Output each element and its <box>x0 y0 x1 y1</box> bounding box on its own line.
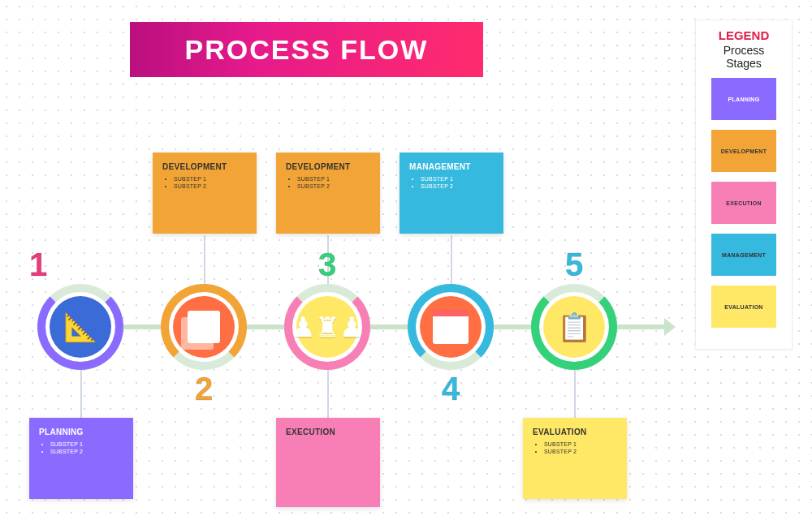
card-planning[interactable]: PLANNING SUBSTEP 1 SUBSTEP 2 <box>29 418 133 499</box>
card-bullets: SUBSTEP 1 SUBSTEP 2 <box>286 176 370 189</box>
card-bullet: SUBSTEP 2 <box>544 449 617 454</box>
legend-swatch-evaluation: EVALUATION <box>711 286 776 328</box>
node-planning[interactable]: 📐 1 <box>37 284 123 370</box>
card-bullet: SUBSTEP 2 <box>421 183 494 189</box>
card-execution[interactable]: EXECUTION <box>276 418 380 507</box>
card-bullets: SUBSTEP 1 SUBSTEP 2 <box>162 176 247 189</box>
card-bullet: SUBSTEP 2 <box>50 449 123 454</box>
node-arc <box>161 284 247 370</box>
card-title: DEVELOPMENT <box>162 162 247 171</box>
card-development[interactable]: DEVELOPMENT SUBSTEP 1 SUBSTEP 2 <box>153 153 257 234</box>
card-title: PLANNING <box>39 428 123 436</box>
card-bullet: SUBSTEP 1 <box>297 176 370 182</box>
node-execution[interactable]: ♟♜♟ 3 <box>284 284 370 370</box>
card-evaluation[interactable]: EVALUATION SUBSTEP 1 SUBSTEP 2 <box>523 418 627 499</box>
node-arc <box>37 284 123 370</box>
node-development[interactable]: 2 <box>161 284 247 370</box>
page-title: PROCESS FLOW <box>130 22 483 77</box>
node-evaluation[interactable]: 📋 5 <box>531 284 617 370</box>
node-number: 1 <box>29 247 47 283</box>
card-title: MANAGEMENT <box>409 162 494 171</box>
card-title: EVALUATION <box>533 428 617 436</box>
node-number: 2 <box>195 371 213 407</box>
node-arc <box>531 284 617 370</box>
legend-swatch-planning: PLANNING <box>711 78 776 120</box>
card-development[interactable]: DEVELOPMENT SUBSTEP 1 SUBSTEP 2 <box>276 153 380 234</box>
legend-panel: LEGEND Process Stages PLANNING DEVELOPME… <box>695 19 793 350</box>
connector-line <box>451 235 452 284</box>
connector-line <box>80 369 82 418</box>
connector-line <box>204 235 205 284</box>
legend-swatch-development: DEVELOPMENT <box>711 130 776 172</box>
timeline-arrowhead-icon <box>664 318 676 336</box>
card-bullets: SUBSTEP 1 SUBSTEP 2 <box>533 441 617 454</box>
card-bullets: SUBSTEP 1 SUBSTEP 2 <box>39 441 123 454</box>
node-arc <box>408 284 494 370</box>
node-number: 5 <box>565 247 583 283</box>
connector-line <box>327 369 329 418</box>
card-management[interactable]: MANAGEMENT SUBSTEP 1 SUBSTEP 2 <box>400 153 503 234</box>
node-management[interactable]: 4 <box>408 284 494 370</box>
card-bullet: SUBSTEP 1 <box>50 441 123 447</box>
card-title: DEVELOPMENT <box>286 162 370 171</box>
card-bullet: SUBSTEP 1 <box>174 176 247 182</box>
card-bullet: SUBSTEP 1 <box>421 176 494 182</box>
legend-subtitle: Process Stages <box>704 44 784 70</box>
connector-line <box>574 369 576 418</box>
card-bullet: SUBSTEP 2 <box>174 183 247 189</box>
card-bullet: SUBSTEP 1 <box>544 441 617 447</box>
card-title: EXECUTION <box>286 428 370 436</box>
legend-swatch-execution: EXECUTION <box>711 182 776 224</box>
legend-swatch-management: MANAGEMENT <box>711 234 776 276</box>
card-bullet: SUBSTEP 2 <box>297 183 370 189</box>
legend-title: LEGEND <box>704 28 784 42</box>
node-number: 3 <box>318 247 336 283</box>
card-bullets: SUBSTEP 1 SUBSTEP 2 <box>409 176 494 189</box>
node-number: 4 <box>442 371 460 407</box>
